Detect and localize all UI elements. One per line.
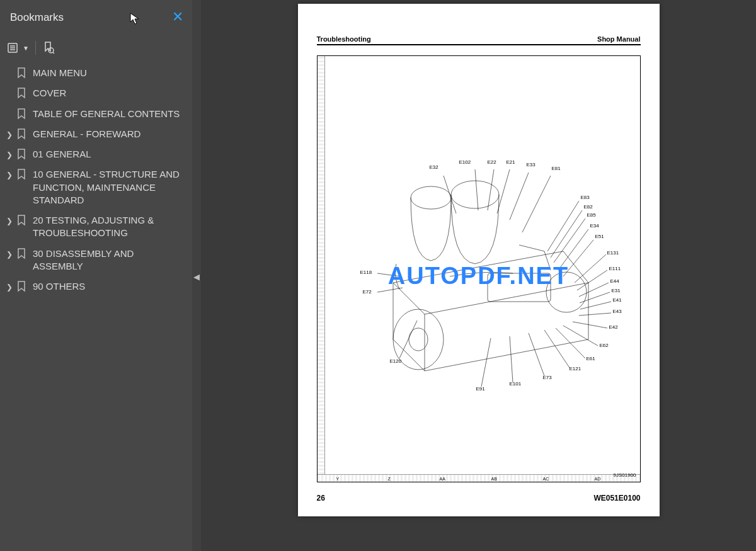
page-footer: 26 WE051E0100 [317,494,641,503]
bookmark-item[interactable]: ❯01 GENERAL [1,144,187,164]
bookmark-item[interactable]: COVER [1,83,187,103]
callout: E102 [459,159,471,165]
bookmark-label: MAIN MENU [28,67,185,79]
bookmark-icon [15,280,28,292]
bookmark-item[interactable]: ❯10 GENERAL - STRUCTURE AND FUNCTION, MA… [1,164,187,210]
header-right: Shop Manual [597,35,640,43]
callout: E22 [488,159,496,165]
svg-rect-10 [488,273,551,302]
find-bookmark-button[interactable] [42,41,55,55]
svg-line-28 [579,313,611,315]
callout: E82 [584,204,593,210]
chevron-right-icon[interactable]: ❯ [4,128,15,140]
chevron-right-icon[interactable]: ❯ [4,168,15,180]
bookmark-icon [15,168,28,180]
sidebar-header: Bookmarks ✕ [0,0,192,35]
svg-point-7 [451,181,499,208]
bookmark-item[interactable]: ❯GENERAL - FOREWARD [1,124,187,144]
bookmark-icon [15,148,28,160]
chevron-right-icon[interactable]: ❯ [4,280,15,292]
callout: E31 [612,288,621,293]
sidebar-title: Bookmarks [10,11,64,24]
bookmarks-list[interactable]: MAIN MENUCOVERTABLE OF GENERAL CONTENTS❯… [0,60,192,551]
bookmark-label: COVER [28,87,185,99]
bookmark-item[interactable]: ❯90 OTHERS [1,276,187,297]
bookmark-item[interactable]: MAIN MENU [1,63,187,83]
svg-line-34 [510,336,513,382]
callout: E51 [595,234,604,239]
document-code: WE051E0100 [593,494,640,503]
callout: E33 [527,162,536,168]
engine-diagram-frame: YZAAABACAD 9JS01900 [317,55,641,482]
bookmark-label: 20 TESTING, ADJUSTING & TROUBLESHOOTING [28,214,185,240]
bookmark-icon [15,67,28,79]
svg-line-25 [579,283,609,297]
svg-line-26 [580,292,610,303]
divider [35,41,36,55]
bookmark-icon [15,128,28,140]
close-icon[interactable]: ✕ [172,9,183,25]
diagram-code: 9JS01900 [613,472,636,478]
svg-line-30 [563,326,598,346]
cursor-icon [130,13,141,28]
svg-line-14 [488,169,494,210]
chevron-right-icon [4,67,15,69]
svg-line-27 [580,302,611,309]
page-header: Troubleshooting Shop Manual [317,35,641,45]
grid-column-label: Z [388,477,391,481]
svg-line-5 [53,52,54,54]
callout: E62 [600,343,609,348]
chevron-right-icon[interactable]: ❯ [4,214,15,226]
svg-line-29 [573,322,607,328]
svg-line-13 [475,169,478,210]
svg-point-11 [546,272,587,312]
grid-column-label: AB [491,477,497,481]
svg-line-17 [522,176,551,232]
bookmark-label: GENERAL - FOREWARD [28,128,185,140]
svg-line-23 [575,254,606,283]
chevron-right-icon [4,87,15,89]
svg-point-9 [409,328,428,351]
callout: E121 [570,366,581,372]
svg-line-15 [497,169,510,213]
chevron-right-icon[interactable]: ❯ [4,247,15,259]
callout: E72 [363,289,372,295]
sidebar-toolbar: ▼ [0,35,192,60]
callout: E61 [587,356,595,361]
chevron-right-icon [4,108,15,110]
callout: E43 [613,309,622,314]
svg-line-36 [399,321,417,358]
svg-line-37 [377,288,403,292]
svg-line-35 [481,338,491,387]
bookmark-label: 90 OTHERS [28,280,185,293]
collapse-sidebar-handle[interactable]: ◀ [192,272,201,281]
callout: E101 [510,381,522,387]
callout: E41 [613,297,622,303]
callout: E73 [543,375,552,380]
bookmark-item[interactable]: TABLE OF GENERAL CONTENTS [1,104,187,124]
chevron-right-icon[interactable]: ❯ [4,148,15,160]
document-viewer[interactable]: Troubleshooting Shop Manual YZAAABACAD 9… [201,0,756,551]
bookmark-item[interactable]: ❯30 DISASSEMBLY AND ASSEMBLY [1,244,187,277]
options-menu-button[interactable]: ▼ [8,42,29,54]
page-number: 26 [317,494,325,503]
callout: E131 [607,250,619,256]
grid-column-label: Y [336,477,340,481]
bookmark-label: TABLE OF GENERAL CONTENTS [28,108,185,120]
callout: E111 [609,266,621,271]
grid-column-label: AC [543,477,549,481]
svg-line-24 [577,270,607,290]
grid-ruler-left [318,56,325,482]
bookmark-icon [15,87,28,99]
callout: E83 [581,195,590,200]
pdf-page: Troubleshooting Shop Manual YZAAABACAD 9… [298,4,660,516]
callout: E32 [430,164,438,170]
bookmark-item[interactable]: ❯20 TESTING, ADJUSTING & TROUBLESHOOTING [1,210,187,244]
callout: E118 [360,270,372,275]
grid-column-label: AD [595,477,601,481]
svg-line-16 [510,173,529,220]
svg-line-38 [377,273,401,276]
engine-illustration: E32 E102 E22 E21 E33 E81 E83 E82 E85 E34… [355,151,626,396]
bookmark-label: 10 GENERAL - STRUCTURE AND FUNCTION, MAI… [28,168,185,207]
callout: E91 [476,386,485,392]
